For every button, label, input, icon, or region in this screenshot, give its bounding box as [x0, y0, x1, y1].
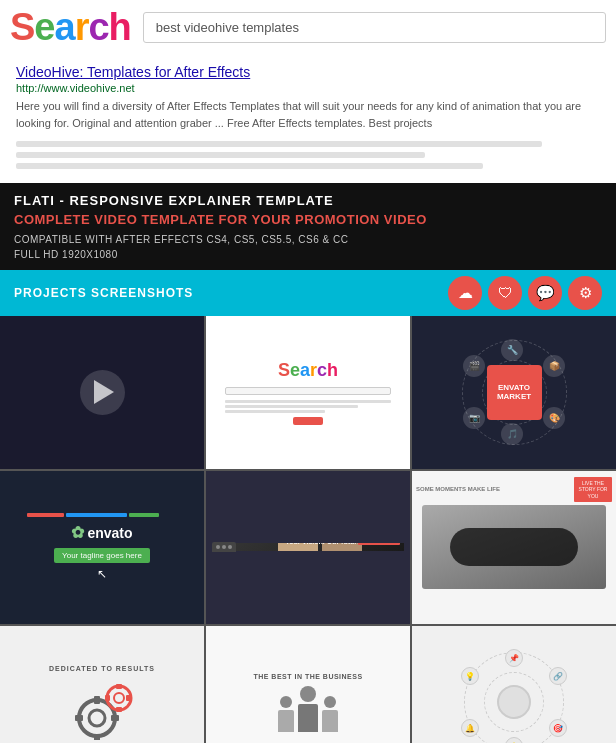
cursor-icon: ↖ [97, 567, 107, 581]
person-right [322, 696, 338, 732]
screenshot-cell-play[interactable] [0, 316, 204, 469]
svg-point-7 [114, 693, 124, 703]
chat-icon-button[interactable]: 💬 [528, 276, 562, 310]
screenshot-cell-orbit: 📌 🔗 🎯 ⭐ 🔔 💡 [412, 626, 616, 743]
orbit-container: ENVATOMARKET 🔧 📦 🎨 🎵 📷 🎬 [459, 337, 569, 447]
browser-content: Your vision. Our future. an start Now [236, 543, 404, 551]
screenshot-cell-sunglasses: SOME MOMENTS MAKE LIFE LIVE THE STORY FO… [412, 471, 616, 624]
tagline-button: Your tagline goes here [54, 548, 150, 563]
person-left [278, 696, 294, 732]
compat-text: COMPATIBLE WITH AFTER EFFECTS CS4, CS5, … [14, 232, 602, 247]
header: Search [0, 0, 616, 54]
svg-rect-10 [105, 695, 110, 701]
projects-bar: PROJECTS SCREENSHOTS ☁ 🛡 💬 ⚙ [0, 270, 616, 316]
mock-line [225, 400, 391, 403]
result-url: http://www.videohive.net [16, 82, 600, 94]
icon-circles: ☁ 🛡 💬 ⚙ [448, 276, 602, 310]
shield-icon-button[interactable]: 🛡 [488, 276, 522, 310]
screenshot-cell-envato: ✿ envato Your tagline goes here ↖ [0, 471, 204, 624]
mock-search-input [225, 387, 391, 395]
result-line [16, 163, 483, 169]
search-result-area: VideoHive: Templates for After Effects h… [0, 54, 616, 183]
mock-logo: Search [278, 360, 338, 381]
sunglass-shape [450, 528, 579, 566]
logo: Search [10, 8, 131, 46]
gear-group [67, 680, 137, 740]
person-body [322, 710, 338, 732]
svg-rect-11 [126, 695, 131, 701]
mock-line [225, 410, 324, 413]
sunglasses-slogan: SOME MOMENTS MAKE LIFE [416, 477, 500, 495]
search-input[interactable] [143, 12, 606, 43]
gear-icon-button[interactable]: ⚙ [568, 276, 602, 310]
screenshot-cell-search-mock: Search [206, 316, 410, 469]
hd-text: FULL HD 1920X1080 [14, 247, 602, 262]
dedicated-text: DEDICATED TO RESULTS [49, 665, 155, 672]
person-body [298, 704, 318, 732]
person-head [280, 696, 292, 708]
mock-button [293, 417, 323, 425]
svg-rect-4 [75, 715, 83, 721]
projects-label: PROJECTS SCREENSHOTS [14, 286, 193, 300]
envato-leaf-icon: ✿ [71, 523, 84, 542]
envato-bars [27, 513, 177, 517]
person-head [324, 696, 336, 708]
result-description: Here you will find a diversity of After … [16, 98, 600, 131]
svg-rect-8 [116, 684, 122, 689]
mock-lines [225, 400, 391, 413]
screenshots-grid: Search ENVATOMARKET 🔧 📦 🎨 🎵 📷 🎬 [0, 316, 616, 743]
svg-rect-9 [116, 707, 122, 712]
envato-badge: ENVATOMARKET [487, 365, 542, 420]
envato-text: envato [87, 525, 132, 541]
play-button[interactable] [80, 370, 125, 415]
logo-r: r [75, 6, 89, 48]
screenshot-cell-icons-ring: ENVATOMARKET 🔧 📦 🎨 🎵 📷 🎬 [412, 316, 616, 469]
bar-blue [66, 513, 126, 517]
logo-s: S [10, 6, 34, 48]
result-link[interactable]: VideoHive: Templates for After Effects [16, 64, 600, 80]
browser-dot [216, 545, 220, 549]
gears-svg [67, 680, 137, 740]
logo-c: c [88, 6, 108, 48]
bar-green [129, 513, 159, 517]
business-title: THE BEST IN THE BUSINESS [253, 673, 362, 680]
person-center [298, 686, 318, 732]
promo-title: COMPLETE VIDEO TEMPLATE FOR YOUR PROMOTI… [14, 212, 602, 229]
people-row [278, 686, 338, 732]
mock-line [225, 405, 357, 408]
bar-red [27, 513, 65, 517]
logo-a: a [55, 6, 75, 48]
logo-h: h [109, 6, 131, 48]
person-head [300, 686, 316, 702]
result-placeholder-lines [16, 141, 600, 169]
result-line [16, 152, 425, 158]
envato-logo: ✿ envato [71, 523, 132, 542]
svg-rect-3 [94, 734, 100, 740]
browser-dot [222, 545, 226, 549]
orbit-dot-3: 🎯 [549, 719, 567, 737]
sunglasses-cta: LIVE THE STORY FOR YOU [574, 477, 612, 503]
screenshot-cell-business: THE BEST IN THE BUSINESS [206, 626, 410, 743]
logo-e: e [34, 6, 54, 48]
black-banner: FLATI - RESPONSIVE EXPLAINER TEMPLATE CO… [0, 183, 616, 270]
result-line [16, 141, 542, 147]
flati-title: FLATI - RESPONSIVE EXPLAINER TEMPLATE [14, 193, 602, 208]
svg-rect-5 [111, 715, 119, 721]
browser-dot [228, 545, 232, 549]
orbit-icons-container: 📌 🔗 🎯 ⭐ 🔔 💡 [459, 647, 569, 743]
svg-rect-2 [94, 696, 100, 704]
browser-bar [212, 542, 236, 552]
orbit-dot-2: 🔗 [549, 667, 567, 685]
orbit-icon-3: 🎨 [543, 407, 565, 429]
svg-point-1 [89, 710, 105, 726]
play-triangle-icon [94, 380, 114, 404]
screenshot-cell-dedicated: DEDICATED TO RESULTS [0, 626, 204, 743]
sunglasses-image [422, 505, 606, 589]
upload-icon-button[interactable]: ☁ [448, 276, 482, 310]
screenshot-cell-video: Your vision. Our future. an start Now [206, 471, 410, 624]
person-body [278, 710, 294, 732]
